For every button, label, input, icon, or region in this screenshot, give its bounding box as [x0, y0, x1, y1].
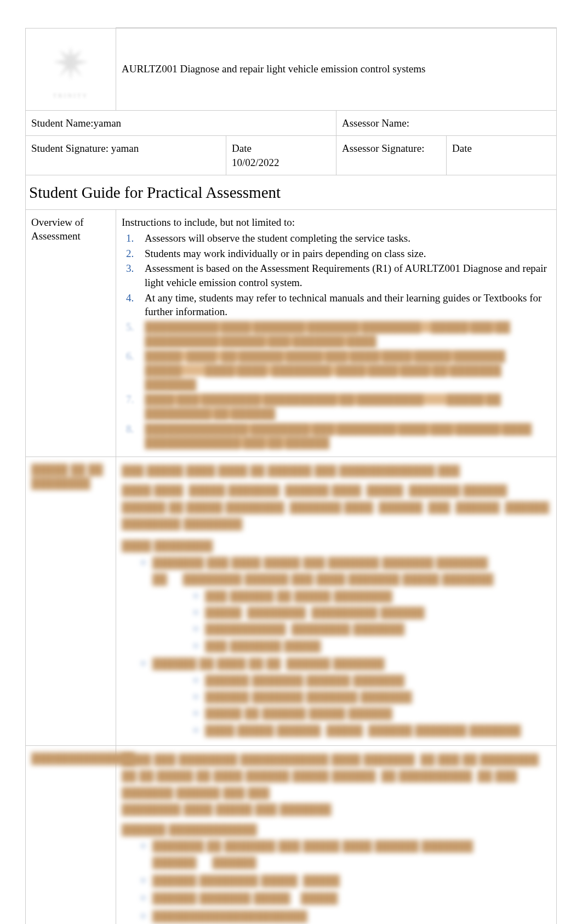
assessor-sig-label: Assessor Signature: — [342, 142, 424, 154]
course-title-cell: AURLTZ001 Diagnose and repair light vehi… — [116, 28, 557, 110]
student-sig-date-label: Date — [232, 141, 330, 156]
outcomes-row: ██████████████ ████ ███ ████████ ███████… — [26, 746, 557, 924]
overview-item-3: Assessment is based on the Assessment Re… — [140, 261, 551, 289]
tasks-label: █████ ██ ██████████ — [26, 457, 116, 745]
overview-label: Overview of Assessment — [26, 209, 116, 457]
overview-intro: Instructions to include, but not limited… — [122, 215, 551, 230]
assessor-sig-date-cell: Date — [447, 136, 557, 175]
org-logo — [46, 39, 95, 88]
overview-list: Assessors will observe the student compl… — [122, 231, 551, 450]
header-row: TRINITY AURLTZ001 Diagnose and repair li… — [26, 28, 557, 110]
student-sig-value: yaman — [111, 142, 139, 154]
task-sub-2: ██████ ██ ████ ██ ██ ██████ ███████ ████… — [152, 655, 551, 739]
outcomes-label: ██████████████ — [26, 746, 116, 924]
student-name-cell: Student Name:yaman — [26, 110, 336, 136]
assessment-form: TRINITY AURLTZ001 Diagnose and repair li… — [25, 27, 557, 924]
logo-cell: TRINITY — [26, 28, 116, 110]
names-row: Student Name:yaman Assessor Name: — [26, 110, 557, 136]
tasks-row: █████ ██ ██████████ ███ █████ ████ ████ … — [26, 457, 557, 745]
overview-item-1: Assessors will observe the student compl… — [140, 231, 551, 246]
overview-item-5: ██████████ ████ ███████ ███████ ████████… — [140, 320, 551, 348]
overview-item-6: █████ ████ ██ ██████ █████ ███ ████ ████… — [140, 349, 551, 391]
overview-item-2: Students may work individually or in pai… — [140, 247, 551, 261]
student-sig-date-value: 10/02/2022 — [232, 156, 330, 170]
assessor-name-label: Assessor Name: — [342, 117, 409, 129]
heading-row: Student Guide for Practical Assessment — [26, 175, 557, 209]
student-sig-date-cell: Date 10/02/2022 — [226, 136, 336, 175]
student-name-label: Student Name: — [31, 117, 93, 129]
overview-item-8: ██████████████ ████████ ███ ████████ ███… — [140, 422, 551, 450]
task-sub-1: ███████ ███ ████ █████ ███ ███████ █████… — [152, 555, 551, 654]
tasks-content: ███ █████ ████ ████ ██ ██████ ███ ██████… — [116, 457, 557, 745]
student-sig-label: Student Signature: — [31, 142, 109, 154]
outcomes-content: ████ ███ ████████ ████████████ ████ ████… — [116, 746, 557, 924]
student-name-value: yaman — [93, 117, 121, 129]
overview-item-7: ████ ███ ████████ ██████████ ██ ████████… — [140, 392, 551, 420]
assessor-sig-cell: Assessor Signature: — [336, 136, 447, 175]
course-title: AURLTZ001 Diagnose and repair light vehi… — [122, 63, 425, 75]
guide-heading: Student Guide for Practical Assessment — [26, 175, 557, 209]
assessor-name-cell: Assessor Name: — [336, 110, 557, 136]
overview-content: Instructions to include, but not limited… — [116, 209, 557, 457]
student-sig-cell: Student Signature: yaman — [26, 136, 226, 175]
assessor-sig-date-label: Date — [452, 142, 472, 154]
overview-row: Overview of Assessment Instructions to i… — [26, 209, 557, 457]
overview-item-4: At any time, students may refer to techn… — [140, 291, 551, 319]
signatures-row: Student Signature: yaman Date 10/02/2022… — [26, 136, 557, 175]
